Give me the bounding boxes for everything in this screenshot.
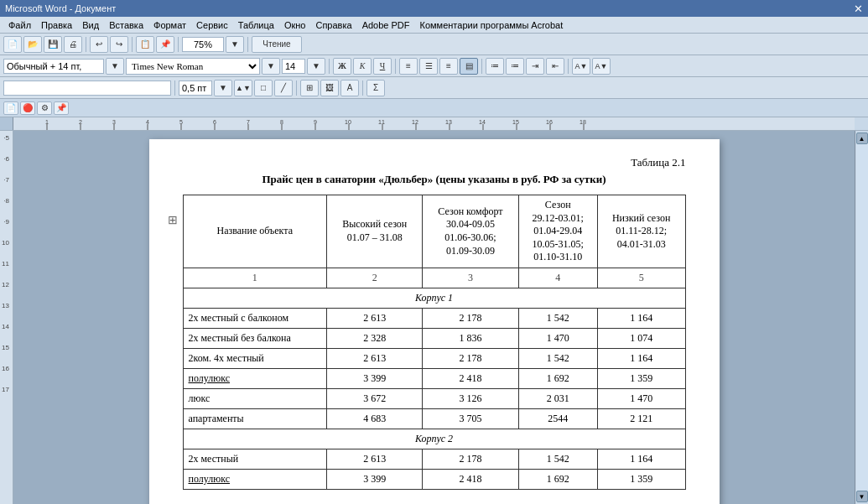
menu-format[interactable]: Формат [148, 20, 191, 30]
undo-button[interactable]: ↩ [90, 36, 108, 53]
menu-tools[interactable]: Сервис [191, 20, 233, 30]
menu-bar: Файл Правка Вид Вставка Формат Сервис Та… [0, 17, 868, 34]
sep8 [568, 59, 569, 74]
line-width-dropdown[interactable]: ▼ [214, 80, 232, 96]
svg-text:11: 11 [378, 119, 385, 125]
col-num-5: 5 [597, 268, 685, 288]
cell-col3: 3 705 [423, 408, 518, 429]
paste-button[interactable]: 📌 [156, 36, 174, 53]
table-row: полулюкс3 3992 4181 6921 359 [183, 368, 685, 388]
section-header-Корпус 2: Корпус 2 [183, 429, 685, 449]
font-select[interactable]: Times New Roman [126, 58, 260, 75]
align-justify-button[interactable]: ▤ [460, 58, 478, 75]
col-num-3: 3 [423, 268, 518, 288]
ruler-corner [0, 117, 13, 130]
menu-edit[interactable]: Правка [36, 20, 77, 30]
cell-col5: 1 164 [597, 449, 685, 469]
draw-line-button[interactable]: ╱ [274, 80, 293, 96]
list-num-button[interactable]: ≔ [506, 58, 524, 75]
small-btn1[interactable]: 📄 [3, 101, 18, 115]
indent-in-button[interactable]: ⇥ [526, 58, 544, 75]
top-ruler-row: 1 2 3 4 5 6 7 8 9 10 11 [0, 117, 868, 131]
table-row: 2ком. 4х местный2 6132 1781 5421 164 [183, 348, 685, 368]
svg-text:8: 8 [280, 119, 283, 125]
table-button[interactable]: ⊞ [300, 80, 319, 96]
main-toolbar: 📄 📂 💾 🖨 ↩ ↪ 📋 📌 ▼ Чтение [0, 34, 868, 55]
cell-col3: 3 126 [423, 388, 518, 408]
svg-text:3: 3 [112, 119, 116, 125]
cell-col2: 2 328 [327, 328, 423, 348]
align-right-button[interactable]: ≡ [439, 58, 458, 75]
small-btn4[interactable]: 📌 [54, 101, 69, 115]
ruler-num-12: 12 [2, 282, 11, 288]
header-col3: Сезон комфорт30.04-09.0501.06-30.06;01.0… [423, 195, 518, 268]
col-num-2: 2 [327, 268, 423, 288]
scroll-up-button[interactable]: ▲ [856, 132, 868, 144]
open-button[interactable]: 📂 [23, 36, 42, 53]
svg-text:7: 7 [247, 119, 250, 125]
ruler-num-13: 13 [2, 303, 11, 309]
print-button[interactable]: 🖨 [64, 36, 82, 53]
menu-adobe[interactable]: Adobe PDF [357, 20, 415, 30]
line-width-input[interactable] [179, 81, 212, 96]
horizontal-ruler: 1 2 3 4 5 6 7 8 9 10 11 [13, 117, 855, 130]
ruler-num-8: ·8 [3, 198, 11, 205]
style-dropdown[interactable]: ▼ [106, 58, 124, 75]
cell-col4: 2544 [518, 408, 597, 429]
small-btn3[interactable]: ⚙ [37, 101, 52, 115]
redo-button[interactable]: ↪ [110, 36, 128, 53]
indent-out-button[interactable]: ⇤ [546, 58, 564, 75]
font-color-button[interactable]: A▼ [592, 58, 611, 75]
font-dropdown[interactable]: ▼ [262, 58, 280, 75]
fill-color-button[interactable]: ▲▼ [234, 80, 252, 96]
draw-shape-button[interactable]: □ [254, 80, 273, 96]
menu-window[interactable]: Окно [279, 20, 311, 30]
cell-col5: 1 470 [597, 388, 685, 408]
small-bar: 📄 🔴 ⚙ 📌 [0, 99, 868, 117]
list-bullet-button[interactable]: ≔ [486, 58, 504, 75]
ruler-num-16: 16 [2, 366, 11, 372]
svg-rect-0 [13, 117, 855, 130]
save-button[interactable]: 💾 [44, 36, 62, 53]
bold-button[interactable]: Ж [333, 58, 351, 75]
ruler-num-6: ·6 [3, 156, 11, 163]
small-btn2[interactable]: 🔴 [20, 101, 35, 115]
cell-col5: 1 359 [597, 469, 685, 489]
italic-button[interactable]: К [353, 58, 372, 75]
align-left-button[interactable]: ≡ [399, 58, 418, 75]
add-table-icon[interactable]: ⊞ [168, 213, 178, 227]
align-center-button[interactable]: ☰ [419, 58, 438, 75]
svg-text:2: 2 [79, 119, 82, 125]
menu-insert[interactable]: Вставка [104, 20, 148, 30]
underline-button[interactable]: Ч [373, 58, 392, 75]
insert-pic-button[interactable]: 🖼 [320, 80, 339, 96]
menu-acrobat[interactable]: Комментарии программы Acrobat [415, 20, 569, 30]
zoom-input[interactable] [182, 37, 224, 52]
size-dropdown[interactable]: ▼ [307, 58, 325, 75]
svg-text:5: 5 [179, 119, 183, 125]
style-input[interactable] [3, 59, 104, 74]
cell-col4: 2 031 [518, 388, 597, 408]
cell-col4: 1 542 [518, 348, 597, 368]
menu-help[interactable]: Справка [310, 20, 356, 30]
wordart-button[interactable]: A [340, 80, 359, 96]
right-scrollbar[interactable]: ▲ ▼ [855, 131, 868, 504]
zoom-dropdown[interactable]: ▼ [226, 36, 244, 53]
copy-button[interactable]: 📋 [136, 36, 154, 53]
svg-text:10: 10 [345, 119, 351, 125]
highlight-button[interactable]: A▼ [572, 58, 590, 75]
font-size-input[interactable] [282, 59, 305, 74]
cell-col5: 1 359 [597, 368, 685, 388]
close-button[interactable]: ✕ [854, 3, 863, 15]
read-mode-button[interactable]: Чтение [252, 36, 302, 53]
cell-name: полулюкс [183, 368, 327, 388]
menu-file[interactable]: Файл [3, 20, 36, 30]
draw-input[interactable] [3, 81, 171, 96]
new-button[interactable]: 📄 [3, 36, 22, 53]
menu-table[interactable]: Таблица [233, 20, 279, 30]
scroll-down-button[interactable]: ▼ [856, 491, 868, 502]
cell-name: 2х местный без балкона [183, 328, 327, 348]
ruler-svg: 1 2 3 4 5 6 7 8 9 10 11 [13, 117, 855, 130]
menu-view[interactable]: Вид [77, 20, 104, 30]
sigma-button[interactable]: Σ [366, 80, 385, 96]
